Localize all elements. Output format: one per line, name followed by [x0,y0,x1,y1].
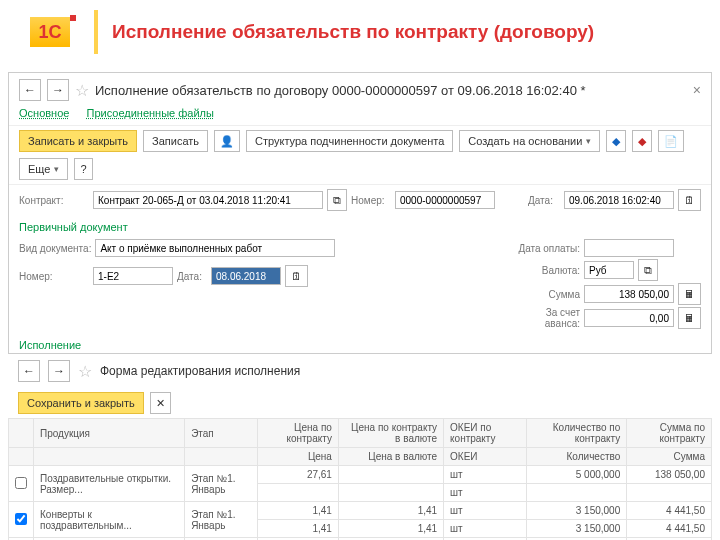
row-checkbox[interactable] [15,513,27,525]
advance-calc-icon[interactable]: 🖩 [678,307,701,329]
user-icon-button[interactable]: 👤 [214,130,240,152]
currency-label: Валюта: [516,265,580,276]
create-on-button[interactable]: Создать на основании▾ [459,130,600,152]
doc-type-label: Вид документа: [19,243,91,254]
doc-icon-button[interactable]: 📄 [658,130,684,152]
th-qty: Количество [526,448,627,466]
cell-prod: Поздравительные открытки. Размер... [34,466,185,502]
cell-qty: 5 000,000 [526,466,627,484]
execution-panel: ← → ☆ Форма редактирования исполнения Со… [8,354,712,540]
currency-pick-icon[interactable]: ⧉ [638,259,658,281]
th-sum: Сумма [627,448,712,466]
structure-button[interactable]: Структура подчиненности документа [246,130,453,152]
doc-title: Исполнение обязательств по договору 0000… [95,83,586,98]
contract-input[interactable] [93,191,323,209]
cell-price-cv: 1,41 [338,502,443,520]
table-row[interactable]: Конверты к поздравительным... Этап №1. Я… [9,502,712,520]
cell-sum: 4 441,50 [627,502,712,520]
number-label: Номер: [351,195,391,206]
th-prod: Продукция [34,419,185,448]
th-okei-c: ОКЕИ по контракту [444,419,527,448]
contract-open-icon[interactable]: ⧉ [327,189,347,211]
cell-okei-bot: шт [444,520,527,538]
cell-sum2 [627,484,712,502]
cell-prod: Конверты к поздравительным... [34,502,185,538]
calendar2-icon[interactable]: 🗓 [285,265,308,287]
th-price-cv: Цена по контракту в валюте [338,419,443,448]
advance-label: За счет аванса: [516,307,580,329]
save-button[interactable]: Записать [143,130,208,152]
cell-qty2: 3 150,000 [526,520,627,538]
back2-icon[interactable]: ← [18,360,40,382]
cell-sum2: 4 441,50 [627,520,712,538]
th-price: Цена [258,448,339,466]
th-stage: Этап [185,419,258,448]
cell-price [258,484,339,502]
contract-label: Контракт: [19,195,89,206]
cell-price-v [338,484,443,502]
delete-icon-button[interactable]: ◆ [632,130,652,152]
calendar-icon[interactable]: 🗓 [678,189,701,211]
back-arrow-icon[interactable]: ← [19,79,41,101]
th-sum-c: Сумма по контракту [627,419,712,448]
cell-qty: 3 150,000 [526,502,627,520]
cell-price-c: 1,41 [258,502,339,520]
sum-calc-icon[interactable]: 🖩 [678,283,701,305]
row-checkbox[interactable] [15,477,27,489]
main-panel: ← → ☆ Исполнение обязательств по договор… [8,72,712,354]
cell-sum: 138 050,00 [627,466,712,484]
sum-label: Сумма [516,289,580,300]
cell-okei-top: шт [444,466,527,484]
date2-input[interactable] [211,267,281,285]
cell-okei-bot: шт [444,484,527,502]
cell-stage: Этап №1. Январь [185,466,258,502]
table-row[interactable]: Поздравительные открытки. Размер... Этап… [9,466,712,484]
th-price-v: Цена в валюте [338,448,443,466]
paydate-label: Дата оплаты: [516,243,580,254]
advance-input[interactable] [584,309,674,327]
divider [94,10,98,54]
sum-input[interactable] [584,285,674,303]
cell-qty2 [526,484,627,502]
link-main[interactable]: Основное [19,107,69,119]
primary-doc-heading: Первичный документ [9,215,711,235]
logo: 1С [20,12,80,52]
star-icon[interactable]: ☆ [75,81,89,100]
close-icon[interactable]: × [693,82,701,98]
num2-input[interactable] [93,267,173,285]
execution-heading: Исполнение [9,333,711,353]
forward2-icon[interactable]: → [48,360,70,382]
save-close2-button[interactable]: Сохранить и закрыть [18,392,144,414]
cell-price-cv [338,466,443,484]
currency-input[interactable] [584,261,634,279]
star2-icon[interactable]: ☆ [78,362,92,381]
number-input[interactable] [395,191,495,209]
help-button[interactable]: ? [74,158,92,180]
panel2-title: Форма редактирования исполнения [100,364,300,378]
cell-price-c: 27,61 [258,466,339,484]
link-attached[interactable]: Присоединенные файлы [86,107,213,119]
date-label: Дата: [528,195,560,206]
refresh-icon-button[interactable]: ◆ [606,130,626,152]
date2-label: Дата: [177,271,207,282]
th-okei: ОКЕИ [444,448,527,466]
forward-arrow-icon[interactable]: → [47,79,69,101]
doc-type-input[interactable] [95,239,335,257]
cell-price: 1,41 [258,520,339,538]
cell-price-v: 1,41 [338,520,443,538]
num2-label: Номер: [19,271,89,282]
execution-table: Продукция Этап Цена по контракту Цена по… [8,418,712,540]
page-title: Исполнение обязательств по контракту (до… [112,21,594,43]
cell-okei-top: шт [444,502,527,520]
more-button[interactable]: Еще▾ [19,158,68,180]
date-input[interactable] [564,191,674,209]
paydate-input[interactable] [584,239,674,257]
th-price-c: Цена по контракту [258,419,339,448]
cell-stage: Этап №1. Январь [185,502,258,538]
save-close-button[interactable]: Записать и закрыть [19,130,137,152]
close2-button[interactable]: ✕ [150,392,171,414]
th-qty-c: Количество по контракту [526,419,627,448]
